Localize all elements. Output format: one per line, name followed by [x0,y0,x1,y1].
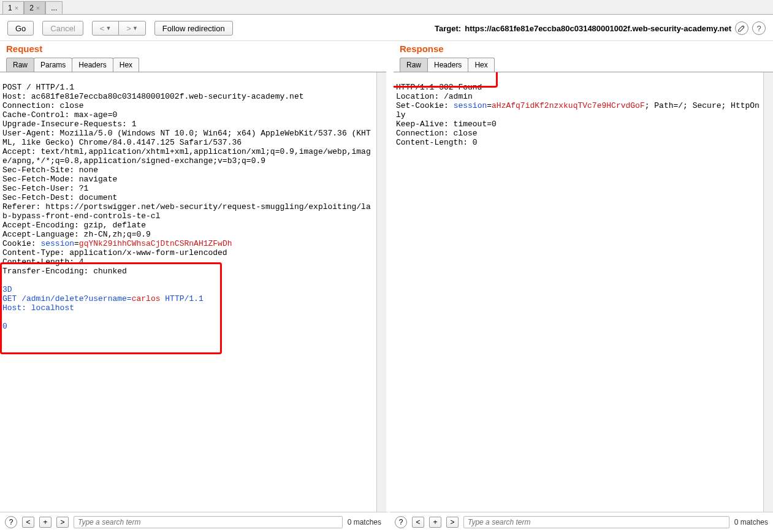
tab-params[interactable]: Params [34,58,72,72]
edit-target-icon[interactable] [735,21,748,35]
response-editor-wrap: HTTP/1.1 302 Found Location: /admin Set-… [394,72,773,512]
tab-raw[interactable]: Raw [400,58,428,72]
scrollbar[interactable] [376,72,386,512]
content-area: Request Raw Params Headers Hex POST / HT… [0,41,773,512]
tab-raw[interactable]: Raw [6,58,34,72]
tab-label: ... [51,4,57,12]
response-pane: Response Raw Headers Hex HTTP/1.1 302 Fo… [394,41,773,512]
help-icon[interactable]: ? [752,21,766,35]
search-next-button[interactable]: > [446,517,459,528]
request-pane: Request Raw Params Headers Hex POST / HT… [0,41,390,512]
tab-headers[interactable]: Headers [72,58,113,72]
scrollbar[interactable] [763,72,773,512]
target-row: Target: https://ac681fe81e7eccba80c03148… [435,21,766,35]
main-tab-more[interactable]: ... [45,1,63,14]
tab-headers[interactable]: Headers [427,58,468,72]
response-search-footer: ? < + > 0 matches [390,512,773,532]
toolbar: Go Cancel <▼ >▼ Follow redirection Targe… [0,15,773,41]
history-nav: <▼ >▼ [92,21,146,36]
search-add-button[interactable]: + [39,517,51,528]
close-icon[interactable]: × [36,4,40,12]
request-title: Request [0,41,386,58]
tab-label: 1 [8,4,12,12]
cancel-button[interactable]: Cancel [42,21,83,36]
close-icon[interactable]: × [15,4,18,12]
tab-hex[interactable]: Hex [113,58,139,72]
request-editor[interactable]: POST / HTTP/1.1 Host: ac681fe81e7eccba80… [0,72,376,512]
help-icon[interactable]: ? [395,516,407,528]
main-tab-2[interactable]: 2 × [24,1,45,14]
request-editor-wrap: POST / HTTP/1.1 Host: ac681fe81e7eccba80… [0,72,386,512]
request-subtabs: Raw Params Headers Hex [0,58,386,72]
match-count: 0 matches [348,518,381,526]
response-title: Response [394,41,773,58]
main-tab-1[interactable]: 1 × [2,1,24,14]
response-subtabs: Raw Headers Hex [394,58,773,72]
next-button[interactable]: >▼ [118,21,146,36]
search-input[interactable] [463,516,729,528]
search-prev-button[interactable]: < [22,517,34,528]
tab-hex[interactable]: Hex [468,58,494,72]
chevron-down-icon: ▼ [105,25,111,31]
follow-redirection-button[interactable]: Follow redirection [154,21,233,36]
prev-button[interactable]: <▼ [92,21,120,36]
footers: ? < + > 0 matches ? < + > 0 matches [0,512,773,532]
go-button[interactable]: Go [7,21,34,36]
match-count: 0 matches [734,518,768,526]
tab-label: 2 [29,4,34,12]
target-url: https://ac681fe81e7eccba80c031480001002f… [465,24,731,33]
request-search-footer: ? < + > 0 matches [0,512,390,532]
target-label: Target: [435,24,461,33]
response-editor[interactable]: HTTP/1.1 302 Found Location: /admin Set-… [394,72,763,512]
help-icon[interactable]: ? [5,516,17,528]
search-next-button[interactable]: > [56,517,69,528]
search-prev-button[interactable]: < [412,517,424,528]
main-tab-bar: 1 × 2 × ... [0,0,773,15]
search-add-button[interactable]: + [429,517,441,528]
chevron-down-icon: ▼ [132,25,138,31]
search-input[interactable] [74,516,343,528]
